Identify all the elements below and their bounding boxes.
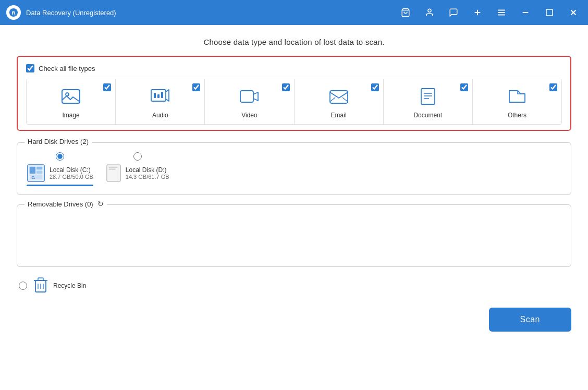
video-svg bbox=[239, 88, 259, 105]
refresh-icon[interactable]: ↻ bbox=[97, 200, 104, 208]
filetype-others-checkbox[interactable] bbox=[549, 83, 557, 91]
svg-text:C:: C: bbox=[31, 176, 35, 179]
filetype-image: Image bbox=[27, 79, 116, 124]
drive-c-info: C: Local Disk (C:) 28.7 GB/50.0 GB bbox=[27, 164, 93, 182]
hamburger-icon bbox=[497, 8, 506, 17]
document-icon bbox=[418, 88, 438, 107]
menu-button[interactable] bbox=[493, 4, 510, 21]
drive-d-icon bbox=[106, 164, 121, 182]
drive-c-icon: C: bbox=[27, 164, 45, 182]
chat-button[interactable] bbox=[445, 4, 462, 21]
audio-svg bbox=[150, 88, 170, 105]
user-button[interactable] bbox=[421, 4, 438, 21]
recycle-bin-label: Recycle Bin bbox=[53, 282, 86, 289]
page-subtitle: Choose data type and location of lost da… bbox=[17, 38, 571, 46]
add-button[interactable] bbox=[469, 4, 486, 21]
drive-d-text: Local Disk (D:) 14.3 GB/61.7 GB bbox=[126, 166, 169, 180]
app-logo-icon: R bbox=[9, 8, 18, 17]
filetype-video: Video bbox=[205, 79, 294, 124]
window-controls bbox=[397, 4, 582, 21]
drive-c-text: Local Disk (C:) 28.7 GB/50.0 GB bbox=[50, 166, 93, 180]
hard-disk-drives-section: Hard Disk Drives (2) C: bbox=[17, 142, 571, 195]
filetype-audio-checkbox[interactable] bbox=[192, 83, 200, 91]
email-icon bbox=[329, 88, 349, 107]
filetype-others: Others bbox=[473, 79, 561, 124]
svg-line-21 bbox=[330, 98, 335, 102]
image-label: Image bbox=[62, 112, 79, 119]
image-svg bbox=[61, 88, 81, 105]
svg-rect-38 bbox=[38, 278, 43, 281]
svg-rect-23 bbox=[421, 89, 435, 104]
filetype-email: Email bbox=[295, 79, 384, 124]
drives-list: C: Local Disk (C:) 28.7 GB/50.0 GB bbox=[27, 152, 561, 186]
drive-d-radio[interactable] bbox=[133, 152, 142, 161]
hard-disk-drives-title: Hard Disk Drives (2) bbox=[24, 138, 92, 145]
scan-button[interactable]: Scan bbox=[489, 308, 571, 332]
drive-c-name: Local Disk (C:) bbox=[50, 166, 93, 174]
svg-rect-19 bbox=[240, 91, 253, 102]
drive-c-underline bbox=[27, 185, 93, 186]
maximize-icon bbox=[545, 8, 554, 17]
svg-rect-35 bbox=[108, 169, 115, 170]
document-svg bbox=[418, 88, 438, 105]
plus-icon bbox=[473, 8, 482, 17]
filetype-email-checkbox[interactable] bbox=[371, 83, 379, 91]
filetype-audio: Audio bbox=[116, 79, 205, 124]
recycle-bin-row: Recycle Bin bbox=[19, 276, 571, 295]
check-all-row: Check all file types bbox=[26, 64, 562, 72]
svg-rect-34 bbox=[108, 167, 117, 168]
drive-d-name: Local Disk (D:) bbox=[126, 166, 169, 174]
drive-d: Local Disk (D:) 14.3 GB/61.7 GB bbox=[106, 152, 169, 186]
video-icon bbox=[239, 88, 259, 107]
drive-c-radio-row bbox=[56, 152, 64, 161]
minimize-button[interactable] bbox=[517, 4, 534, 21]
minimize-icon bbox=[521, 8, 530, 17]
filetype-document-checkbox[interactable] bbox=[460, 83, 468, 91]
filetypes-section: Check all file types Image bbox=[17, 56, 571, 131]
svg-text:R: R bbox=[11, 10, 15, 16]
trash-icon bbox=[33, 276, 48, 293]
svg-rect-10 bbox=[546, 9, 553, 16]
filetype-image-checkbox[interactable] bbox=[103, 83, 111, 91]
close-icon bbox=[569, 8, 578, 17]
drive-d-radio-row bbox=[133, 152, 142, 161]
drive-c-radio[interactable] bbox=[56, 152, 64, 161]
svg-rect-18 bbox=[161, 92, 163, 98]
maximize-button[interactable] bbox=[541, 4, 558, 21]
svg-rect-29 bbox=[36, 167, 42, 170]
main-content: Choose data type and location of lost da… bbox=[0, 25, 588, 390]
window-title: Data Recovery (Unregistered) bbox=[26, 9, 397, 17]
scan-button-row: Scan bbox=[17, 308, 571, 332]
app-icon: R bbox=[6, 5, 21, 20]
others-svg bbox=[507, 88, 527, 105]
removable-drives-section: Removable Drives (0) ↻ bbox=[17, 204, 571, 267]
audio-label: Audio bbox=[152, 112, 168, 119]
cart-button[interactable] bbox=[397, 4, 414, 21]
check-all-checkbox[interactable] bbox=[26, 64, 34, 72]
svg-rect-13 bbox=[62, 90, 80, 103]
recycle-bin-icon bbox=[33, 276, 48, 295]
others-icon bbox=[507, 88, 527, 107]
removable-drives-title: Removable Drives (0) bbox=[28, 200, 93, 208]
recycle-bin-radio[interactable] bbox=[19, 282, 27, 290]
close-button[interactable] bbox=[565, 4, 582, 21]
check-all-label: Check all file types bbox=[39, 65, 95, 72]
email-label: Email bbox=[331, 112, 347, 119]
chat-icon bbox=[449, 8, 458, 17]
audio-icon bbox=[150, 88, 170, 107]
image-icon bbox=[61, 88, 81, 107]
svg-point-3 bbox=[428, 9, 431, 12]
svg-point-14 bbox=[66, 93, 69, 96]
titlebar: R Data Recovery (Unregistered) bbox=[0, 0, 588, 25]
svg-rect-30 bbox=[36, 170, 42, 174]
email-svg bbox=[329, 88, 349, 105]
svg-rect-28 bbox=[30, 167, 35, 174]
filetype-video-checkbox[interactable] bbox=[282, 83, 290, 91]
removable-title-row: Removable Drives (0) ↻ bbox=[24, 200, 107, 208]
drive-c: C: Local Disk (C:) 28.7 GB/50.0 GB bbox=[27, 152, 93, 186]
drive-d-info: Local Disk (D:) 14.3 GB/61.7 GB bbox=[106, 164, 169, 182]
svg-rect-20 bbox=[330, 91, 348, 103]
drive-c-size: 28.7 GB/50.0 GB bbox=[50, 174, 93, 180]
svg-rect-17 bbox=[157, 94, 160, 98]
drive-d-size: 14.3 GB/61.7 GB bbox=[126, 174, 169, 180]
